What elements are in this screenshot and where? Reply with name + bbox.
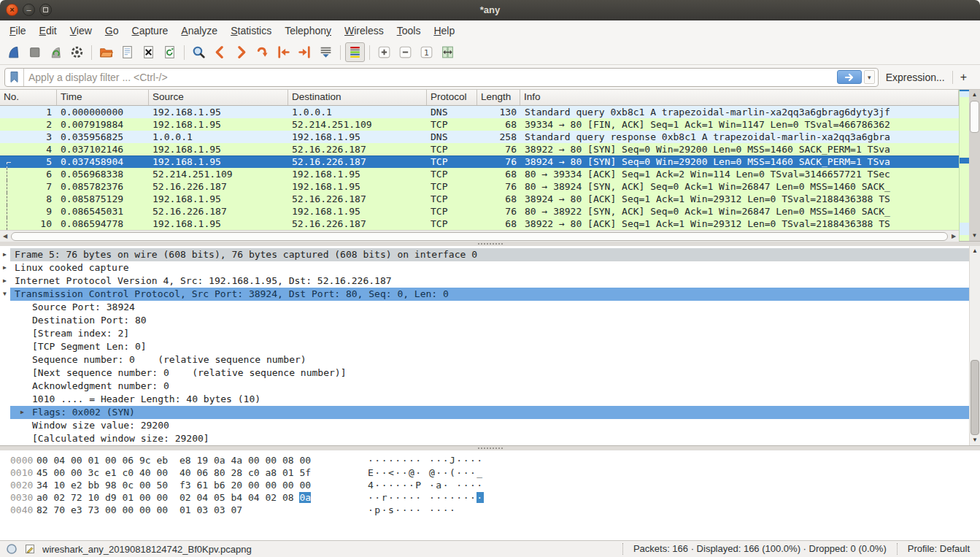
start-capture-button[interactable] [4,42,23,62]
detail-line[interactable]: Acknowledgment number: 0 [10,380,969,393]
add-filter-button[interactable]: + [953,71,974,84]
reload-file-button[interactable] [160,42,180,62]
hex-bytes[interactable]: 40 06 80 28 c0 a8 01 5f [180,466,317,479]
display-filter-field[interactable]: ▾ [4,68,879,87]
detail-line[interactable]: Source Port: 38924 [10,301,969,314]
hex-row[interactable]: 004082 70 e3 73 00 00 00 0001 03 03 07·p… [0,504,980,516]
column-header-time[interactable]: Time [57,90,149,105]
hex-ascii[interactable]: ···· [429,504,456,516]
detail-line[interactable]: ▶Flags: 0x002 (SYN) [10,406,969,419]
menu-file[interactable]: File [3,22,33,39]
packet-row-7[interactable]: 70.08578237652.16.226.187192.168.1.95TCP… [0,180,959,193]
hscroll-left-arrow-icon[interactable]: ◀ [0,233,10,239]
hex-bytes[interactable]: 45 00 00 3c e1 c0 40 00 [36,466,174,479]
expression-button[interactable]: Expression... [879,72,952,83]
details-scroll-thumb[interactable] [971,360,979,436]
hex-bytes[interactable]: 82 70 e3 73 00 00 00 00 [36,504,174,516]
menu-wireless[interactable]: Wireless [338,22,390,39]
detail-line[interactable]: [TCP Segment Len: 0] [10,340,969,353]
menu-statistics[interactable]: Statistics [224,22,278,39]
filter-history-caret[interactable]: ▾ [864,70,875,84]
column-header-source[interactable]: Source [149,90,288,105]
detail-line[interactable]: ▶Frame 5: 76 bytes on wire (608 bits), 7… [10,248,969,261]
selected-hex-byte[interactable]: 0a [299,492,311,503]
zoom-original-button[interactable]: 1 [417,42,436,62]
display-filter-input[interactable] [24,72,837,83]
packet-row-1[interactable]: 10.000000000192.168.1.951.0.0.1DNS130Sta… [0,106,959,118]
scroll-down-arrow-icon[interactable]: ▼ [970,435,980,445]
menu-tools[interactable]: Tools [390,22,428,39]
hex-bytes[interactable]: f3 61 b6 20 00 00 00 00 [180,479,317,491]
menu-go[interactable]: Go [99,22,126,39]
menu-analyze[interactable]: Analyze [174,22,224,39]
go-forward-button[interactable] [231,42,251,62]
hex-ascii[interactable]: ··r····· [368,491,425,504]
hex-ascii[interactable]: ········ [368,454,425,466]
hex-bytes[interactable]: 00 04 00 01 00 06 9c eb [36,454,174,466]
close-file-button[interactable] [139,42,158,62]
packet-list-vscrollbar[interactable]: ▲ ▼ [969,90,980,241]
hex-ascii[interactable]: 4······P [368,479,425,491]
colorize-button[interactable] [345,42,365,62]
hex-row[interactable]: 001045 00 00 3c e1 c0 40 0040 06 80 28 c… [0,466,980,479]
column-header-info[interactable]: Info [520,90,959,105]
capture-options-button[interactable] [67,42,87,62]
detail-line[interactable]: Sequence number: 0 (relative sequence nu… [10,353,969,366]
expand-arrow-icon[interactable]: ▶ [20,406,24,419]
restart-capture-button[interactable] [46,42,66,62]
menu-view[interactable]: View [63,22,99,39]
detail-line[interactable]: [Calculated window size: 29200] [10,432,969,445]
hex-row[interactable]: 002034 10 e2 bb 98 0c 00 50f3 61 b6 20 0… [0,479,980,491]
packet-row-6[interactable]: 60.05696833852.214.251.109192.168.1.95TC… [0,168,959,180]
column-header-protocol[interactable]: Protocol [427,90,477,105]
packet-row-8[interactable]: 80.085875129192.168.1.9552.16.226.187TCP… [0,193,959,205]
auto-scroll-button[interactable] [316,42,336,62]
packet-row-10[interactable]: 100.086594778192.168.1.9552.16.226.187TC… [0,218,959,230]
hex-row[interactable]: 000000 04 00 01 00 06 9c ebe8 19 0a 4a 0… [0,454,980,466]
detail-line[interactable]: ▶Internet Protocol Version 4, Src: 192.1… [10,274,969,288]
hex-ascii[interactable]: E··<··@· [368,466,425,479]
hex-ascii[interactable]: ···J···· [429,454,484,466]
go-to-packet-button[interactable] [252,42,272,62]
hex-bytes[interactable]: e8 19 0a 4a 00 00 08 00 [180,454,317,466]
hex-ascii[interactable]: ·p·s···· [368,504,425,516]
menu-telephony[interactable]: Telephony [278,22,338,39]
packet-list-scroll-thumb[interactable] [970,101,979,133]
packet-row-3[interactable]: 30.0359568251.0.0.1192.168.1.95DNS258Sta… [0,131,959,143]
packet-list-hscrollbar[interactable]: ◀ ▶ [0,230,959,242]
menu-capture[interactable]: Capture [126,22,175,39]
menu-edit[interactable]: Edit [33,22,63,39]
detail-line[interactable]: Destination Port: 80 [10,314,969,327]
find-packet-button[interactable] [189,42,209,62]
hex-ascii[interactable]: ········ [429,491,484,504]
detail-line[interactable]: [Stream index: 2] [10,327,969,340]
zoom-out-button[interactable] [396,42,415,62]
save-file-button[interactable] [117,42,137,62]
zoom-in-button[interactable] [374,42,394,62]
column-header-destination[interactable]: Destination [288,90,427,105]
collapse-arrow-icon[interactable]: ▼ [3,288,7,301]
hex-ascii[interactable]: ·a· ···· [429,479,484,491]
hex-bytes[interactable]: a0 02 72 10 d9 01 00 00 [36,491,174,504]
hscroll-right-arrow-icon[interactable]: ▶ [949,233,959,239]
packet-row-9[interactable]: 90.08654503152.16.226.187192.168.1.95TCP… [0,205,959,218]
expert-info-icon[interactable] [6,543,18,555]
hex-bytes[interactable]: 01 03 03 07 [180,504,317,516]
column-header-length[interactable]: Length [477,90,520,105]
resize-columns-button[interactable] [438,42,458,62]
apply-filter-button[interactable] [837,70,862,84]
hex-bytes[interactable]: 34 10 e2 bb 98 0c 00 50 [36,479,174,491]
capture-comment-icon[interactable] [24,543,36,555]
hscroll-thumb[interactable] [11,232,948,241]
profile-selector[interactable]: Profile: Default [897,543,980,555]
expand-arrow-icon[interactable]: ▶ [3,274,7,288]
bookmark-icon[interactable] [5,69,24,86]
packet-row-5[interactable]: 50.037458904192.168.1.9552.16.226.187TCP… [0,155,959,168]
detail-line[interactable]: ▼Transmission Control Protocol, Src Port… [10,288,969,301]
expand-arrow-icon[interactable]: ▶ [3,248,7,261]
expand-arrow-icon[interactable]: ▶ [3,261,7,274]
hex-bytes[interactable]: 02 04 05 b4 04 02 08 0a [180,491,317,504]
stop-capture-button[interactable] [25,42,45,62]
packet-row-2[interactable]: 20.007919884192.168.1.9552.214.251.109TC… [0,118,959,131]
scroll-up-arrow-icon[interactable]: ▲ [970,246,980,256]
